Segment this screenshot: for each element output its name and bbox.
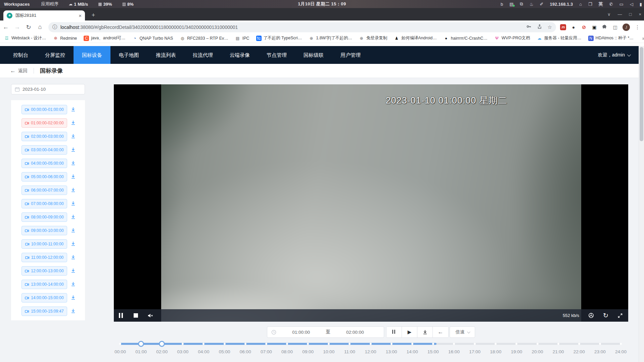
download-record-button[interactable]	[71, 106, 76, 113]
scrollbar-thumb[interactable]	[640, 47, 643, 141]
record-segment-button[interactable]: 11:00:00-12:00:00	[21, 253, 67, 262]
extensions-puzzle-icon[interactable]	[602, 24, 608, 30]
pause-button[interactable]	[386, 327, 402, 337]
record-segment-button[interactable]: 10:00:00-11:00:00	[21, 239, 67, 249]
volume-icon[interactable]: ◁	[630, 2, 633, 7]
bookmarks-overflow-icon[interactable]: »	[642, 36, 644, 41]
workspaces-button[interactable]: Workspaces	[4, 2, 30, 7]
download-record-button[interactable]	[71, 187, 76, 194]
reload-icon[interactable]: ↻	[23, 24, 34, 31]
nav-tab-电子地图[interactable]: 电子地图	[110, 46, 147, 64]
clock[interactable]: 1月10日 星期二 15：09	[298, 1, 346, 7]
nav-tab-国标设备[interactable]: 国标设备	[74, 46, 110, 64]
new-tab-button[interactable]: +	[89, 11, 97, 19]
bookmark-item[interactable]: 知了不起的 TypeScri…	[256, 35, 302, 41]
nav-tab-分屏监控[interactable]: 分屏监控	[37, 46, 74, 64]
side-panel-icon[interactable]: ◫	[612, 24, 618, 30]
ip-address[interactable]: 192.168.1.3	[550, 2, 573, 7]
site-info-icon[interactable]: ⓘ	[52, 24, 57, 30]
record-segment-button[interactable]: 13:00:00-14:00:00	[21, 280, 67, 289]
nav-tab-国标级联[interactable]: 国标级联	[295, 46, 332, 64]
download-record-button[interactable]	[71, 254, 76, 261]
record-segment-button[interactable]: 09:00:00-10:00:00	[21, 226, 67, 235]
seek-back-button[interactable]: ←	[433, 327, 448, 337]
extension-dark-icon[interactable]: ●	[570, 24, 577, 30]
download-record-button[interactable]	[71, 160, 76, 167]
extension-blocker-icon[interactable]: ⊘	[581, 24, 587, 30]
nav-tab-节点管理[interactable]: 节点管理	[258, 46, 295, 64]
bookmark-item[interactable]: ❊Redmine	[53, 36, 77, 41]
download-record-button[interactable]	[71, 268, 76, 274]
range-end-input[interactable]: 02:00:00	[330, 330, 380, 335]
bookmark-item[interactable]: ◍RFC2833 – RTP Ev…	[180, 36, 228, 41]
notes-icon[interactable]: ▤	[509, 2, 513, 7]
record-segment-button[interactable]: 00:00:00-01:00:00	[21, 105, 67, 114]
record-segment-button[interactable]: 02:00:00-03:00:00	[21, 132, 67, 141]
range-start-input[interactable]: 01:00:00	[276, 330, 326, 335]
bookmark-item[interactable]: ●hairrrrr/C-CrashC…	[444, 36, 488, 41]
record-segment-button[interactable]: 06:00:00-07:00:00	[21, 186, 67, 195]
browser-menu-icon[interactable]: ⋮	[635, 24, 640, 30]
record-segment-button[interactable]: 14:00:00-15:00:00	[21, 293, 67, 303]
color-picker-icon[interactable]: ✐	[540, 2, 544, 7]
address-bar[interactable]: ⓘ localhost:38080/#/gbRecordDetail/34020…	[48, 22, 556, 32]
record-segment-button[interactable]: 12:00:00-13:00:00	[21, 266, 67, 276]
bookmark-item[interactable]: ▤IPC	[235, 36, 249, 41]
tab-search-icon[interactable]: ∨	[607, 12, 611, 17]
back-button[interactable]: ← 返回	[10, 68, 28, 74]
password-key-icon[interactable]	[526, 24, 532, 31]
record-segment-button[interactable]: 07:00:00-08:00:00	[21, 199, 67, 208]
record-segment-button[interactable]: 15:00:00-15:09:47	[21, 307, 67, 316]
snapshot-icon[interactable]	[588, 313, 594, 319]
timeline-handle-02:00[interactable]	[159, 341, 165, 347]
phone-link-icon[interactable]: ✆	[609, 2, 613, 7]
close-window-icon[interactable]: ×	[639, 12, 641, 17]
download-record-button[interactable]	[71, 120, 76, 126]
bookmark-item[interactable]: ☁服务器 - 轻量应用…	[537, 35, 582, 41]
bookmark-star-icon[interactable]: ☆	[548, 24, 552, 30]
player-stop-icon[interactable]	[134, 313, 138, 319]
download-record-button[interactable]	[71, 214, 76, 220]
workspace-switcher-icon[interactable]: ❐	[588, 2, 592, 7]
display-icon[interactable]: ▭	[619, 2, 624, 7]
date-picker-input[interactable]: 2023-01-10	[11, 84, 85, 94]
download-button[interactable]	[417, 327, 433, 337]
clipboard-icon[interactable]: ⧉	[520, 1, 523, 7]
record-segment-button[interactable]: 05:00:00-06:00:00	[21, 172, 67, 182]
extension-js-icon[interactable]: JS	[560, 24, 566, 30]
forward-icon[interactable]: →	[11, 24, 23, 31]
download-record-button[interactable]	[71, 147, 76, 153]
record-segment-button[interactable]: 08:00:00-09:00:00	[21, 212, 67, 222]
home-icon[interactable]: ⌂	[579, 2, 582, 7]
record-segment-button[interactable]: 04:00:00-05:00:00	[21, 159, 67, 168]
nav-tab-用户管理[interactable]: 用户管理	[332, 46, 369, 64]
playback-speed-dropdown[interactable]: 倍速	[450, 326, 475, 338]
download-record-button[interactable]	[71, 133, 76, 140]
timeline[interactable]: 00:0001:0002:0003:0004:0005:0006:0007:00…	[120, 341, 621, 359]
tab-close-icon[interactable]: ×	[79, 13, 82, 18]
page-scrollbar[interactable]	[639, 46, 644, 362]
back-icon[interactable]: ←	[0, 24, 11, 31]
browser-tab[interactable]: ❖ 国标28181 ×	[3, 10, 85, 21]
download-record-button[interactable]	[71, 241, 76, 247]
bookmark-item[interactable]: ΨWVP-PRO文档	[494, 35, 530, 41]
bookmark-item[interactable]: NHDAtmos :: 种子 *…	[588, 35, 634, 41]
bookmark-item[interactable]: ⊕1.8W字|了不起的…	[309, 35, 352, 41]
beverage-icon[interactable]: ♨	[530, 2, 534, 7]
battery-icon[interactable]: ▮	[640, 2, 642, 7]
bookmark-item[interactable]: ☲Webstack - 设计…	[4, 35, 46, 41]
video-player[interactable]: 2023-01-10 01:00:00 星期二 552 kb/s ↻	[114, 84, 628, 322]
profile-avatar[interactable]: J	[623, 24, 630, 31]
bookmark-item[interactable]: ◔QNAP Turbo NAS	[132, 36, 173, 41]
bookmark-item[interactable]: Cjava、android可…	[84, 35, 125, 41]
nav-tab-控制台[interactable]: 控制台	[5, 46, 37, 64]
maximize-icon[interactable]: □	[629, 12, 632, 17]
extension-square-icon[interactable]: ▣	[591, 24, 597, 30]
player-mute-icon[interactable]	[147, 313, 153, 319]
download-record-button[interactable]	[71, 308, 76, 315]
input-method-indicator[interactable]: 英	[599, 1, 603, 7]
refresh-icon[interactable]: ↻	[603, 313, 608, 319]
bing-icon[interactable]: b	[501, 2, 503, 7]
minimize-icon[interactable]: —	[618, 12, 622, 17]
download-record-button[interactable]	[71, 173, 76, 180]
